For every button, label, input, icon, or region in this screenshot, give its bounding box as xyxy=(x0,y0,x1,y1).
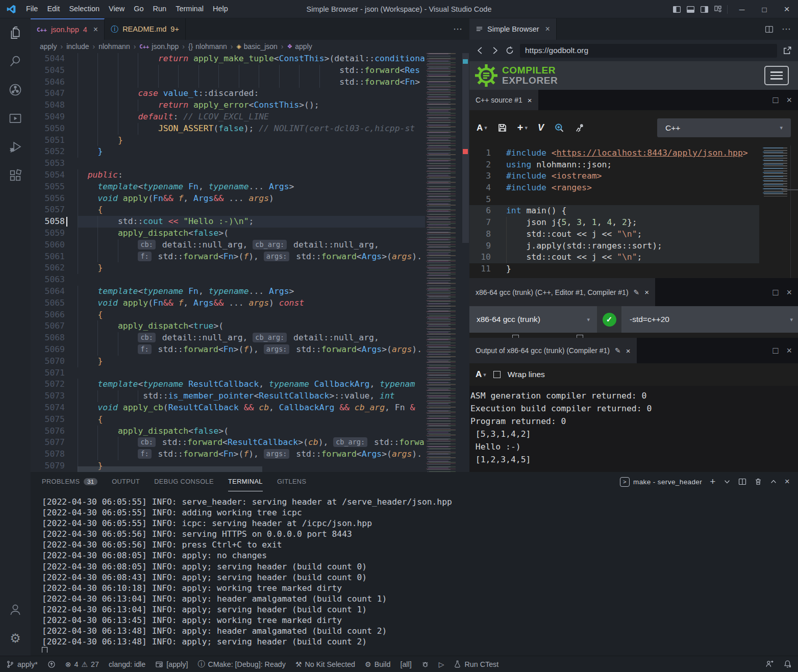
code-line[interactable]: 5051} xyxy=(31,135,425,146)
menu-go[interactable]: Go xyxy=(129,0,148,18)
code-line[interactable]: 5068cb: detail::null_arg, cb_arg: detail… xyxy=(31,332,425,344)
status-build-target[interactable]: [all] xyxy=(400,660,411,668)
terminal-output[interactable]: [2022-04-30 06:05:55] INFO: serve_header… xyxy=(42,496,794,653)
scrollbar-thumb[interactable] xyxy=(462,53,469,243)
code-line[interactable]: 5072template<typename ResultCallback, ty… xyxy=(31,379,425,390)
add-pane-button[interactable]: +▾ xyxy=(517,122,528,134)
breadcrumb-item[interactable]: nlohmann xyxy=(98,42,130,51)
url-input[interactable] xyxy=(520,44,777,58)
ce-source-editor[interactable]: 1#include <https://localhost:8443/apply/… xyxy=(469,145,798,278)
vertical-scrollbar[interactable] xyxy=(462,53,469,472)
reload-icon[interactable] xyxy=(505,46,514,55)
new-terminal-icon[interactable]: + xyxy=(710,476,716,487)
code-line[interactable]: 5062} xyxy=(31,262,425,274)
code-line[interactable]: 5044return apply_make_tuple<ConstThis>(d… xyxy=(31,53,425,65)
code-line[interactable]: 5054public: xyxy=(31,169,425,181)
menu-edit[interactable]: Edit xyxy=(42,0,64,18)
maximize-pane-icon[interactable]: □ xyxy=(773,95,779,106)
back-icon[interactable] xyxy=(476,46,485,55)
code-line[interactable]: 5061f: std::forward<Fn>(f), args: std::f… xyxy=(31,251,425,263)
vertical-scrollbar[interactable] xyxy=(790,145,798,278)
menu-file[interactable]: File xyxy=(21,0,42,18)
breadcrumb-item[interactable]: C++json.hpp xyxy=(139,42,179,51)
code-line[interactable]: 5075{ xyxy=(31,414,425,426)
code-line[interactable]: 9j.apply(std::ranges::sort); xyxy=(469,240,759,252)
status-launch-icon[interactable]: ▷ xyxy=(439,660,444,668)
code-line[interactable]: 10std::cout << j << "\n"; xyxy=(469,252,759,263)
code-line[interactable]: 5064template<typename Fn, typename... Ar… xyxy=(31,286,425,297)
close-tab-icon[interactable]: × xyxy=(93,25,98,34)
status-cmake-state[interactable]: ⓘ CMake: [Debug]: Ready xyxy=(197,660,286,669)
ce-output-tab[interactable]: Output of x86-64 gcc (trunk) (Compiler #… xyxy=(469,338,637,363)
settings-gear-icon[interactable]: ⚙ xyxy=(0,624,31,653)
status-cmake-project[interactable]: [apply] xyxy=(155,660,188,668)
code-line[interactable]: 6int main() { xyxy=(469,205,759,217)
code-line[interactable]: 5060cb: detail::null_arg, cb_arg: detail… xyxy=(31,239,425,251)
maximize-pane-icon[interactable]: □ xyxy=(773,345,779,356)
compiler-options-input[interactable]: -std=c++20 xyxy=(621,315,790,324)
code-line[interactable]: 5074void apply_cb(ResultCallback && cb, … xyxy=(31,402,425,414)
run-and-debug-icon[interactable] xyxy=(0,133,31,161)
accounts-icon[interactable] xyxy=(0,595,31,624)
status-sync-icon[interactable] xyxy=(47,660,56,668)
open-external-icon[interactable] xyxy=(783,46,792,55)
code-line[interactable]: 5076apply_dispatch<false>( xyxy=(31,426,425,437)
rename-icon[interactable]: ✎ xyxy=(634,288,640,296)
close-icon[interactable]: × xyxy=(644,288,649,296)
split-editor-icon[interactable] xyxy=(765,25,774,34)
close-panel-icon[interactable]: × xyxy=(785,477,790,487)
ce-compiler-tab[interactable]: x86-64 gcc (trunk) (C++, Editor #1, Comp… xyxy=(469,278,655,306)
close-icon[interactable]: × xyxy=(626,346,631,355)
panel-tab-output[interactable]: OUTPUT xyxy=(112,472,140,491)
code-editor[interactable]: 5044return apply_make_tuple<ConstThis>(d… xyxy=(31,53,469,472)
menu-run[interactable]: Run xyxy=(148,0,171,18)
status-build-button[interactable]: ⚙ Build xyxy=(365,660,390,668)
menu-selection[interactable]: Selection xyxy=(64,0,104,18)
code-line[interactable]: 5048return apply_error<ConstThis>(); xyxy=(31,99,425,111)
code-line[interactable]: 5055template<typename Fn, typename... Ar… xyxy=(31,181,425,193)
toggle-panel-icon[interactable] xyxy=(686,5,695,14)
close-pane-icon[interactable]: × xyxy=(786,95,792,106)
tab-json-hpp[interactable]: C++ json.hpp 4 × xyxy=(31,18,105,40)
status-kit[interactable]: ⚒ No Kit Selected xyxy=(295,660,355,668)
panel-tab-terminal[interactable]: TERMINAL xyxy=(228,472,263,491)
more-actions-icon[interactable]: ⋯ xyxy=(453,23,462,35)
save-icon[interactable] xyxy=(497,123,507,133)
code-line[interactable]: 5045std::forward<Res xyxy=(31,65,425,77)
maximize-button[interactable]: □ xyxy=(753,0,776,18)
code-line[interactable]: 5058std::cout << "Hello :-)\n"; xyxy=(31,216,425,228)
close-pane-icon[interactable]: × xyxy=(786,287,792,297)
code-line[interactable]: 5063 xyxy=(31,274,425,286)
font-size-button[interactable]: A▾ xyxy=(477,123,487,133)
terminal-dropdown-icon[interactable] xyxy=(724,478,731,485)
menu-terminal[interactable]: Terminal xyxy=(171,0,208,18)
code-line[interactable]: 8std::cout << j << "\n"; xyxy=(469,229,759,240)
extensions-icon[interactable] xyxy=(0,161,31,190)
zoom-icon[interactable] xyxy=(554,123,564,133)
close-icon[interactable]: × xyxy=(528,96,532,105)
panel-tab-gitlens[interactable]: GITLENS xyxy=(277,472,307,491)
ce-source-tab[interactable]: C++ source #1 × xyxy=(469,90,538,110)
status-problems[interactable]: ⊗ 4 ⚠ 27 xyxy=(65,660,99,668)
status-debug-icon[interactable] xyxy=(421,660,429,668)
code-line[interactable]: 5047case value_t::discarded: xyxy=(31,88,425,99)
code-line[interactable]: 5065void apply(Fn&& f, Args&& ... args) … xyxy=(31,297,425,309)
breadcrumb-item[interactable]: apply xyxy=(40,42,57,51)
code-line[interactable]: 5 xyxy=(469,194,759,206)
code-line[interactable]: 7json j{5, 3, 1, 4, 2}; xyxy=(469,217,759,229)
code-line[interactable]: 5052} xyxy=(31,146,425,158)
maximize-pane-icon[interactable]: □ xyxy=(773,287,779,297)
tab-readme-md[interactable]: ⓘ README.md 9+ xyxy=(105,18,186,40)
code-line[interactable]: 5057{ xyxy=(31,204,425,216)
code-line[interactable]: 5069f: std::forward<Fn>(f), args: std::f… xyxy=(31,344,425,356)
status-clangd[interactable]: clangd: idle xyxy=(109,660,145,668)
test-explorer-icon[interactable] xyxy=(0,104,31,133)
close-pane-icon[interactable]: × xyxy=(786,345,792,356)
code-line[interactable]: 5056void apply(Fn&& f, Args&& ... args) xyxy=(31,193,425,205)
code-line[interactable]: 5077cb: std::forward<ResultCallback>(cb)… xyxy=(31,437,425,449)
horizontal-scrollbar[interactable] xyxy=(78,466,262,472)
terminal-session[interactable]: > make - serve_header xyxy=(620,477,702,487)
breadcrumb-item[interactable]: ❖apply xyxy=(287,42,312,51)
customize-layout-icon[interactable] xyxy=(714,5,722,13)
toggle-secondary-sidebar-icon[interactable] xyxy=(700,5,709,14)
